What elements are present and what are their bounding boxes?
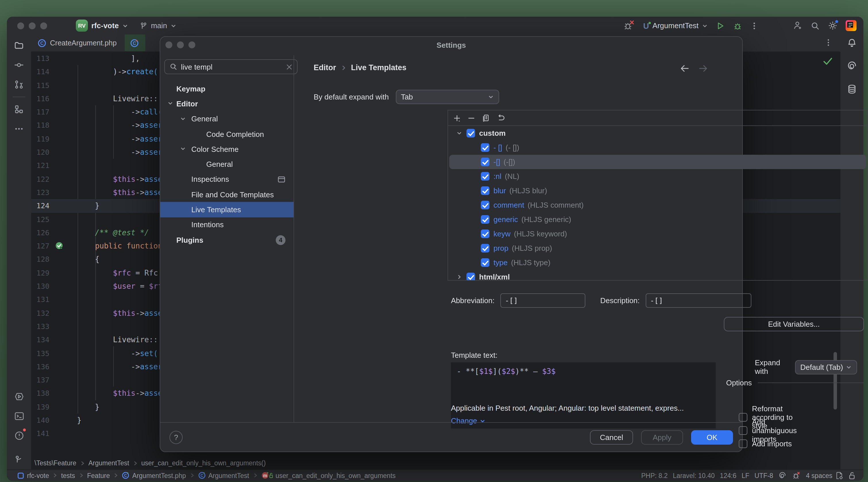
template-row[interactable]: blur(HLJS blur) [448,183,867,198]
tab-options-icon[interactable] [824,38,832,47]
template-row[interactable]: - [](- []) [448,140,867,155]
sidebar-item-general[interactable]: General [160,111,293,126]
checkbox-unchecked[interactable] [739,413,747,422]
template-row[interactable]: keyw(HLJS keyword) [448,227,867,241]
add-template-button[interactable] [453,114,461,122]
status-item[interactable]: 4 spaces [806,471,843,479]
chevron-down-icon[interactable] [167,101,174,107]
context-crumb[interactable]: user_can_edit_only_his_own_arguments() [141,459,266,466]
apply-button[interactable]: Apply [641,430,683,444]
checkbox-checked[interactable] [466,273,475,281]
tab-create-argument[interactable]: C CreateArgument.php [31,34,125,51]
services-tool-icon[interactable] [9,387,29,406]
run-configuration-selector[interactable]: ArgumentTest [653,21,699,30]
context-crumb[interactable]: ArgumentTest [89,459,129,466]
chevron-down-icon[interactable] [180,146,187,153]
cancel-button[interactable]: Cancel [590,430,633,444]
status-item[interactable]: CArgumentTest.php [122,472,186,479]
sidebar-item-general[interactable]: General [160,157,293,172]
sidebar-item-inspections[interactable]: Inspections [160,172,293,187]
template-row[interactable]: generic(HLJS generic) [448,212,867,227]
status-item-icon[interactable] [792,471,801,480]
sidebar-item-file-and-code-templates[interactable]: File and Code Templates [160,187,293,202]
help-button[interactable]: ? [169,430,183,444]
sidebar-item-plugins[interactable]: Plugins4 [160,232,293,248]
abbreviation-input[interactable] [500,293,585,308]
tab-argument-test[interactable]: C [125,34,145,51]
phpstorm-logo-icon[interactable] [846,20,857,31]
sidebar-item-live-templates[interactable]: Live Templates [160,202,293,218]
status-item[interactable]: tests [61,472,75,479]
version-control-tool-icon[interactable] [9,450,29,469]
remove-template-button[interactable] [468,114,475,122]
structure-tool-icon[interactable] [9,100,29,119]
chevron-right-icon[interactable] [456,274,462,280]
zoom-window-icon[interactable] [40,22,47,29]
status-item[interactable]: Feature [87,472,110,479]
template-group-row[interactable]: custom [448,126,867,140]
debug-button[interactable] [733,21,742,30]
status-item-icon[interactable] [848,471,855,479]
context-crumb[interactable]: \Tests\Feature [34,459,76,466]
settings-search-field[interactable] [164,59,298,74]
clear-search-icon[interactable] [286,63,292,70]
notifications-bell-icon[interactable] [842,33,862,53]
description-input[interactable] [645,293,751,308]
template-group-row[interactable]: html/xml [448,270,867,281]
project-selector[interactable]: rfc-vote [91,21,119,30]
commit-tool-icon[interactable] [9,55,29,75]
terminal-tool-icon[interactable] [9,406,29,426]
sidebar-item-intentions[interactable]: Intentions [160,217,293,232]
more-tool-windows-icon[interactable] [9,119,29,139]
template-text-editor[interactable]: - **[$1$]($2$)** — $3$ [451,362,716,428]
database-tool-icon[interactable] [842,79,862,99]
checkbox-checked[interactable] [481,158,490,166]
checkbox-checked[interactable] [481,143,490,152]
status-item[interactable]: LF [742,472,749,479]
problems-tool-icon[interactable] [9,426,29,445]
chevron-down-icon[interactable] [456,130,462,136]
template-row[interactable]: comment(HLJS comment) [448,198,867,212]
status-item[interactable]: UTF-8 [754,472,773,479]
status-item[interactable]: Laravel: 10.40 [673,472,715,479]
close-window-icon[interactable] [17,22,24,29]
back-button[interactable] [680,64,689,73]
status-item[interactable]: rfc-vote [17,472,49,479]
mute-breakpoints-icon[interactable] [623,21,633,30]
sidebar-item-editor[interactable]: Editor [160,96,293,112]
checkbox-checked[interactable] [481,201,490,209]
code-with-me-icon[interactable] [793,21,803,30]
template-row[interactable]: prop(HLJS prop) [448,241,867,255]
sidebar-item-color-scheme[interactable]: Color Scheme [160,141,293,157]
test-passed-run-icon[interactable] [55,242,64,250]
checkbox-checked[interactable] [481,244,490,253]
checkbox-checked[interactable] [481,215,490,224]
status-item-icon[interactable] [778,471,786,479]
ok-button[interactable]: OK [691,430,733,444]
pull-requests-tool-icon[interactable] [9,75,29,94]
template-row[interactable]: :nl(NL) [448,169,867,183]
status-item[interactable]: 124:6 [720,472,737,479]
search-everywhere-icon[interactable] [811,21,820,30]
forward-button[interactable] [699,64,708,73]
ai-assistant-icon[interactable] [842,56,862,76]
expand-with-select[interactable]: Default (Tab) [795,360,857,374]
checkbox-checked[interactable] [481,229,490,238]
status-item[interactable]: CArgumentTest [198,472,249,479]
checkbox-checked[interactable] [481,172,490,180]
checkbox-checked[interactable] [481,187,490,195]
checkbox-checked[interactable] [466,129,475,138]
breadcrumb-editor[interactable]: Editor [314,63,336,72]
inspections-ok-icon[interactable] [823,58,832,65]
template-row[interactable]: type(HLJS type) [448,255,867,270]
project-tool-icon[interactable] [9,36,29,55]
template-row[interactable]: -[](-[]) [448,155,867,169]
search-input[interactable] [181,62,273,71]
edit-variables-button[interactable]: Edit Variables... [724,317,864,331]
duplicate-template-button[interactable] [482,114,490,122]
settings-gear-icon[interactable] [828,21,838,30]
sidebar-item-code-completion[interactable]: Code Completion [160,126,293,142]
status-item[interactable]: PHP: 8.2 [641,472,668,479]
branch-selector[interactable]: main [151,21,167,30]
checkbox-checked[interactable] [481,258,490,267]
